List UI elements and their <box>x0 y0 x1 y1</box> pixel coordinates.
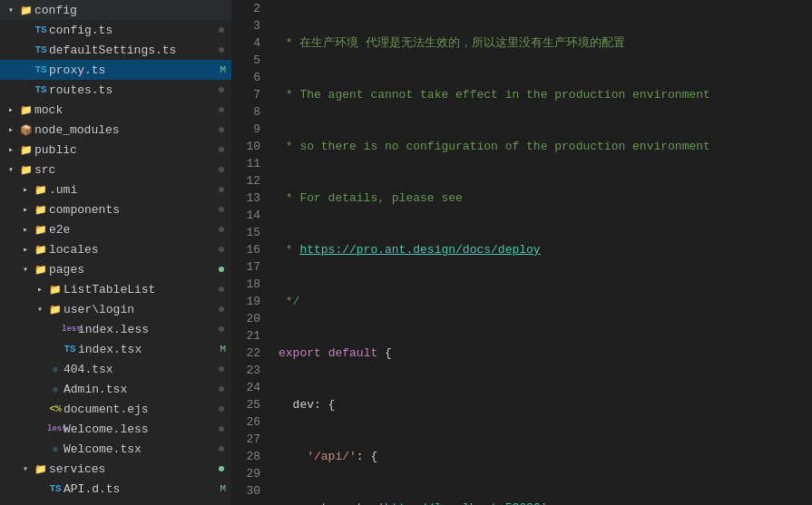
less-icon: less <box>62 325 78 334</box>
sidebar-item-mock[interactable]: ▸ 📁 mock <box>0 100 231 120</box>
sidebar-item-services[interactable]: ▾ 📁 services <box>0 459 231 479</box>
folder-icon: 📁 <box>33 224 49 236</box>
sidebar-item-404-tsx[interactable]: ⚛ 404.tsx <box>0 359 231 379</box>
ts-icon: TS <box>62 344 78 354</box>
arrow-right-icon: ▸ <box>18 204 33 215</box>
folder-icon: 📁 <box>33 184 49 196</box>
sidebar-item-node-modules[interactable]: ▸ 📦 node_modules <box>0 120 231 140</box>
sidebar-item-label: mock <box>34 103 219 117</box>
sidebar-item-user-login[interactable]: ▾ 📁 user\login <box>0 299 231 319</box>
arrow-right-icon: ▸ <box>4 104 18 115</box>
sidebar-item-Admin-tsx[interactable]: ⚛ Admin.tsx <box>0 379 231 399</box>
sidebar-item-label: document.ejs <box>64 403 219 416</box>
folder-icon: 📁 <box>18 144 34 156</box>
sidebar-item-label: config <box>34 4 231 17</box>
arrow-right-icon: ▸ <box>4 124 18 135</box>
sidebar-item-label: config.ts <box>49 24 219 37</box>
sidebar-item-index-tsx[interactable]: TS index.tsx M <box>0 339 231 359</box>
ts-icon: TS <box>47 483 64 494</box>
sidebar-item-config[interactable]: ▾ 📁 config <box>0 0 231 20</box>
arrow-right-icon: ▸ <box>18 224 33 235</box>
sidebar-item-label: index.less <box>78 323 219 336</box>
sidebar-item-defaultSettings-ts[interactable]: TS defaultSettings.ts <box>0 40 231 60</box>
arrow-down-icon: ▾ <box>18 463 33 474</box>
sidebar-item-label: routes.ts <box>49 83 219 97</box>
folder-icon: 📁 <box>47 284 64 296</box>
sidebar-item-ListTableList[interactable]: ▸ 📁 ListTableList <box>0 279 231 299</box>
folder-icon: 📁 <box>18 164 34 176</box>
code-editor: 2 3 4 5 6 7 8 9 10 11 12 13 14 15 16 17 … <box>231 0 812 505</box>
sidebar-item-umi[interactable]: ▸ 📁 .umi <box>0 180 231 199</box>
file-explorer[interactable]: ▾ 📁 config TS config.ts TS defaultSettin… <box>0 0 231 505</box>
ts-icon: TS <box>33 84 49 95</box>
sidebar-item-label: user\login <box>64 303 219 316</box>
sidebar-item-label: defaultSettings.ts <box>49 44 219 57</box>
folder-icon: 📁 <box>18 104 34 116</box>
sidebar-item-label: Admin.tsx <box>64 383 219 396</box>
sidebar-item-Welcome-less[interactable]: less Welcome.less <box>0 419 231 439</box>
folder-icon: 📁 <box>33 204 49 216</box>
jsx-icon: ⚛ <box>47 384 64 395</box>
sidebar-item-label: public <box>34 143 219 157</box>
sidebar-item-label: src <box>34 163 219 177</box>
arrow-right-icon: ▸ <box>18 184 33 195</box>
arrow-down-icon: ▾ <box>4 164 18 175</box>
sidebar-item-locales[interactable]: ▸ 📁 locales <box>0 239 231 259</box>
sidebar-item-components[interactable]: ▸ 📁 components <box>0 199 231 219</box>
ejs-icon: <% <box>47 403 64 414</box>
line-numbers: 2 3 4 5 6 7 8 9 10 11 12 13 14 15 16 17 … <box>231 0 271 505</box>
ts-icon: TS <box>33 64 49 75</box>
sidebar-item-label: proxy.ts <box>49 63 220 77</box>
folder-icon: 📦 <box>18 124 34 136</box>
sidebar-item-index-less[interactable]: less index.less <box>0 319 231 339</box>
sidebar-item-label: pages <box>49 263 219 277</box>
sidebar-item-label: ListTableList <box>64 283 219 296</box>
sidebar-item-config-ts[interactable]: TS config.ts <box>0 20 231 40</box>
sidebar-item-routes-ts[interactable]: TS routes.ts <box>0 80 231 100</box>
sidebar-item-label: e2e <box>49 223 219 237</box>
arrow-right-icon: ▸ <box>4 144 18 155</box>
folder-icon: 📁 <box>47 304 64 316</box>
sidebar-item-document-ejs[interactable]: <% document.ejs <box>0 399 231 419</box>
arrow-down-icon: ▾ <box>18 264 33 275</box>
arrow-down-icon: ▾ <box>33 304 47 315</box>
sidebar-item-src[interactable]: ▾ 📁 src <box>0 160 231 180</box>
jsx-icon: ⚛ <box>47 443 64 455</box>
modified-badge: M <box>220 64 226 75</box>
sidebar-item-pages[interactable]: ▾ 📁 pages <box>0 259 231 279</box>
sidebar-item-label: API.d.ts <box>64 482 220 496</box>
folder-icon: 📁 <box>18 5 34 16</box>
modified-badge: M <box>220 344 226 354</box>
arrow-right-icon: ▸ <box>18 244 33 255</box>
sidebar-item-e2e[interactable]: ▸ 📁 e2e <box>0 219 231 239</box>
sidebar-item-label: node_modules <box>34 123 219 137</box>
folder-icon: 📁 <box>33 244 49 256</box>
ts-icon: TS <box>33 24 49 35</box>
sidebar-item-label: .umi <box>49 183 219 197</box>
sidebar-item-Welcome-tsx[interactable]: ⚛ Welcome.tsx <box>0 439 231 459</box>
sidebar-item-API-d-ts[interactable]: TS API.d.ts M <box>0 479 231 499</box>
sidebar-item-label: Welcome.tsx <box>64 442 219 456</box>
folder-icon: 📁 <box>33 463 49 475</box>
sidebar-item-label: locales <box>49 243 219 257</box>
sidebar-item-label: Welcome.less <box>64 422 219 436</box>
arrow-down-icon: ▾ <box>4 5 18 15</box>
sidebar-item-label: index.tsx <box>78 343 220 356</box>
modified-badge: M <box>220 483 226 494</box>
code-content: * 在生产环境 代理是无法生效的，所以这里没有生产环境的配置 * The age… <box>271 0 812 505</box>
sidebar-item-label: services <box>49 462 219 476</box>
sidebar-item-proxy-ts[interactable]: TS proxy.ts M <box>0 60 231 80</box>
less-icon: less <box>47 424 64 433</box>
folder-icon: 📁 <box>33 264 49 276</box>
sidebar-item-public[interactable]: ▸ 📁 public <box>0 140 231 160</box>
arrow-right-icon: ▸ <box>33 284 47 295</box>
sidebar-item-label: components <box>49 203 219 217</box>
sidebar-item-label: 404.tsx <box>64 363 219 376</box>
jsx-icon: ⚛ <box>47 364 64 375</box>
ts-icon: TS <box>33 44 49 55</box>
